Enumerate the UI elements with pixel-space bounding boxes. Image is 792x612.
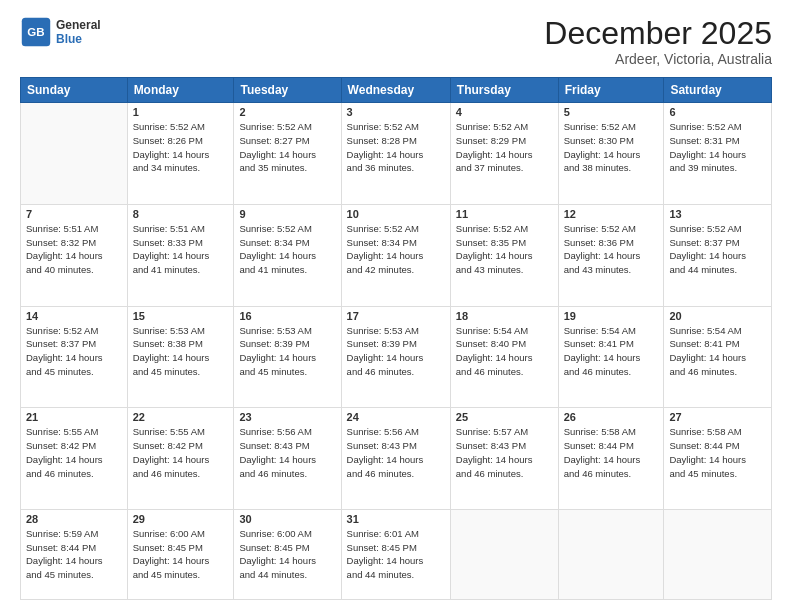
sunrise-text: Sunrise: 5:58 AM — [564, 425, 659, 439]
sunset-text: Sunset: 8:34 PM — [347, 236, 445, 250]
day-number: 23 — [239, 411, 335, 423]
daylight-text: Daylight: 14 hours — [669, 351, 766, 365]
day-cell: 4 Sunrise: 5:52 AM Sunset: 8:29 PM Dayli… — [450, 103, 558, 205]
daylight-text: Daylight: 14 hours — [669, 148, 766, 162]
daylight-minutes: and 37 minutes. — [456, 161, 553, 175]
daylight-text: Daylight: 14 hours — [347, 453, 445, 467]
daylight-minutes: and 38 minutes. — [564, 161, 659, 175]
day-number: 25 — [456, 411, 553, 423]
daylight-minutes: and 46 minutes. — [456, 365, 553, 379]
sunset-text: Sunset: 8:44 PM — [669, 439, 766, 453]
sunrise-text: Sunrise: 6:00 AM — [133, 527, 229, 541]
sunrise-text: Sunrise: 5:52 AM — [669, 222, 766, 236]
daylight-text: Daylight: 14 hours — [26, 554, 122, 568]
sunrise-text: Sunrise: 5:52 AM — [347, 222, 445, 236]
day-number: 11 — [456, 208, 553, 220]
day-number: 24 — [347, 411, 445, 423]
day-cell: 26 Sunrise: 5:58 AM Sunset: 8:44 PM Dayl… — [558, 408, 664, 510]
daylight-text: Daylight: 14 hours — [347, 351, 445, 365]
day-cell: 17 Sunrise: 5:53 AM Sunset: 8:39 PM Dayl… — [341, 306, 450, 408]
day-cell: 12 Sunrise: 5:52 AM Sunset: 8:36 PM Dayl… — [558, 204, 664, 306]
sunrise-text: Sunrise: 5:53 AM — [347, 324, 445, 338]
sunset-text: Sunset: 8:34 PM — [239, 236, 335, 250]
day-cell: 31 Sunrise: 6:01 AM Sunset: 8:45 PM Dayl… — [341, 509, 450, 599]
day-cell: 20 Sunrise: 5:54 AM Sunset: 8:41 PM Dayl… — [664, 306, 772, 408]
daylight-text: Daylight: 14 hours — [133, 351, 229, 365]
sunrise-text: Sunrise: 5:53 AM — [133, 324, 229, 338]
sunrise-text: Sunrise: 5:55 AM — [133, 425, 229, 439]
sunset-text: Sunset: 8:45 PM — [347, 541, 445, 555]
day-cell: 1 Sunrise: 5:52 AM Sunset: 8:26 PM Dayli… — [127, 103, 234, 205]
daylight-minutes: and 45 minutes. — [239, 365, 335, 379]
logo-icon: GB — [20, 16, 52, 48]
day-number: 30 — [239, 513, 335, 525]
sunset-text: Sunset: 8:43 PM — [239, 439, 335, 453]
day-cell: 19 Sunrise: 5:54 AM Sunset: 8:41 PM Dayl… — [558, 306, 664, 408]
daylight-minutes: and 45 minutes. — [669, 467, 766, 481]
day-cell: 25 Sunrise: 5:57 AM Sunset: 8:43 PM Dayl… — [450, 408, 558, 510]
day-number: 27 — [669, 411, 766, 423]
day-cell: 18 Sunrise: 5:54 AM Sunset: 8:40 PM Dayl… — [450, 306, 558, 408]
calendar-table: Sunday Monday Tuesday Wednesday Thursday… — [20, 77, 772, 600]
daylight-minutes: and 39 minutes. — [669, 161, 766, 175]
header-thursday: Thursday — [450, 78, 558, 103]
location-subtitle: Ardeer, Victoria, Australia — [544, 51, 772, 67]
sunset-text: Sunset: 8:38 PM — [133, 337, 229, 351]
sunrise-text: Sunrise: 5:54 AM — [669, 324, 766, 338]
daylight-text: Daylight: 14 hours — [347, 554, 445, 568]
day-number: 26 — [564, 411, 659, 423]
day-cell: 27 Sunrise: 5:58 AM Sunset: 8:44 PM Dayl… — [664, 408, 772, 510]
sunset-text: Sunset: 8:28 PM — [347, 134, 445, 148]
daylight-text: Daylight: 14 hours — [564, 249, 659, 263]
sunset-text: Sunset: 8:36 PM — [564, 236, 659, 250]
sunrise-text: Sunrise: 5:52 AM — [347, 120, 445, 134]
daylight-text: Daylight: 14 hours — [564, 351, 659, 365]
day-number: 19 — [564, 310, 659, 322]
sunset-text: Sunset: 8:44 PM — [564, 439, 659, 453]
daylight-text: Daylight: 14 hours — [456, 249, 553, 263]
page: GB General Blue December 2025 Ardeer, Vi… — [0, 0, 792, 612]
day-number: 17 — [347, 310, 445, 322]
daylight-minutes: and 45 minutes. — [26, 568, 122, 582]
daylight-text: Daylight: 14 hours — [456, 148, 553, 162]
day-cell: 22 Sunrise: 5:55 AM Sunset: 8:42 PM Dayl… — [127, 408, 234, 510]
daylight-text: Daylight: 14 hours — [456, 351, 553, 365]
day-cell: 9 Sunrise: 5:52 AM Sunset: 8:34 PM Dayli… — [234, 204, 341, 306]
daylight-text: Daylight: 14 hours — [239, 351, 335, 365]
sunset-text: Sunset: 8:39 PM — [239, 337, 335, 351]
sunset-text: Sunset: 8:45 PM — [133, 541, 229, 555]
day-cell — [21, 103, 128, 205]
sunset-text: Sunset: 8:44 PM — [26, 541, 122, 555]
day-cell: 10 Sunrise: 5:52 AM Sunset: 8:34 PM Dayl… — [341, 204, 450, 306]
day-number: 20 — [669, 310, 766, 322]
day-number: 12 — [564, 208, 659, 220]
sunrise-text: Sunrise: 5:52 AM — [669, 120, 766, 134]
sunset-text: Sunset: 8:30 PM — [564, 134, 659, 148]
header-saturday: Saturday — [664, 78, 772, 103]
day-number: 9 — [239, 208, 335, 220]
day-number: 8 — [133, 208, 229, 220]
daylight-minutes: and 43 minutes. — [564, 263, 659, 277]
title-area: December 2025 Ardeer, Victoria, Australi… — [544, 16, 772, 67]
sunrise-text: Sunrise: 5:58 AM — [669, 425, 766, 439]
daylight-minutes: and 42 minutes. — [347, 263, 445, 277]
logo-text: General Blue — [56, 18, 101, 47]
header: GB General Blue December 2025 Ardeer, Vi… — [20, 16, 772, 67]
sunset-text: Sunset: 8:26 PM — [133, 134, 229, 148]
day-number: 18 — [456, 310, 553, 322]
day-number: 15 — [133, 310, 229, 322]
daylight-text: Daylight: 14 hours — [133, 453, 229, 467]
sunrise-text: Sunrise: 5:55 AM — [26, 425, 122, 439]
daylight-minutes: and 46 minutes. — [456, 467, 553, 481]
day-number: 7 — [26, 208, 122, 220]
day-cell: 8 Sunrise: 5:51 AM Sunset: 8:33 PM Dayli… — [127, 204, 234, 306]
daylight-minutes: and 34 minutes. — [133, 161, 229, 175]
daylight-minutes: and 46 minutes. — [564, 365, 659, 379]
day-cell: 23 Sunrise: 5:56 AM Sunset: 8:43 PM Dayl… — [234, 408, 341, 510]
day-cell: 15 Sunrise: 5:53 AM Sunset: 8:38 PM Dayl… — [127, 306, 234, 408]
day-number: 2 — [239, 106, 335, 118]
day-number: 3 — [347, 106, 445, 118]
header-tuesday: Tuesday — [234, 78, 341, 103]
day-number: 31 — [347, 513, 445, 525]
daylight-text: Daylight: 14 hours — [669, 249, 766, 263]
